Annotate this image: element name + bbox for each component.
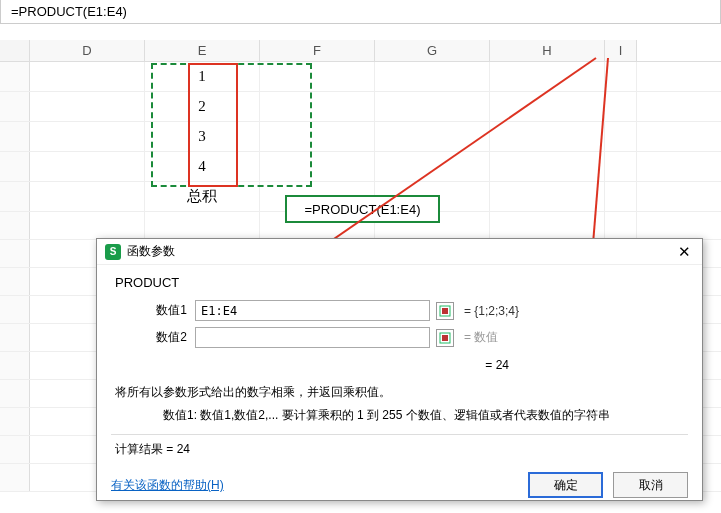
param1-input[interactable] [195,300,430,321]
select-all-corner[interactable] [0,40,30,61]
col-header-d[interactable]: D [30,40,145,61]
app-icon: S [105,244,121,260]
param1-result: = {1;2;3;4} [464,304,519,318]
col-header-g[interactable]: G [375,40,490,61]
param2-label: 数值2 [115,329,195,346]
svg-rect-6 [442,335,448,341]
cell-e3[interactable]: 3 [145,122,260,151]
param-description: 数值1: 数值1,数值2,... 要计算乘积的 1 到 255 个数值、逻辑值或… [115,407,684,424]
ok-button[interactable]: 确定 [528,472,603,498]
function-description: 将所有以参数形式给出的数字相乘，并返回乘积值。 [115,384,684,401]
cell-e2[interactable]: 2 [145,92,260,121]
param2-result: = 数值 [464,329,498,346]
cell-e1[interactable]: 1 [145,62,260,91]
dialog-footer: 有关该函数的帮助(H) 确定 取消 [97,472,702,504]
close-icon: ✕ [678,243,691,261]
svg-rect-4 [442,308,448,314]
col-header-i[interactable]: I [605,40,637,61]
function-arguments-dialog: S 函数参数 ✕ PRODUCT 数值1 = {1;2;3;4} 数值2 = 数… [96,238,703,501]
range-picker-icon[interactable] [436,329,454,347]
param2-input[interactable] [195,327,430,348]
dialog-titlebar[interactable]: S 函数参数 ✕ [97,239,702,265]
dialog-title: 函数参数 [127,243,175,260]
formula-text: =PRODUCT(E1:E4) [11,4,127,19]
function-name: PRODUCT [115,275,684,290]
divider [111,434,688,435]
param-row-1: 数值1 = {1;2;3;4} [115,300,684,321]
close-button[interactable]: ✕ [674,242,694,262]
formula-bar[interactable]: =PRODUCT(E1:E4) [0,0,721,24]
formula-result: = 24 [115,358,684,372]
column-headers: D E F G H I [0,40,721,62]
calc-result: 计算结果 = 24 [115,441,684,458]
cancel-button[interactable]: 取消 [613,472,688,498]
param-row-2: 数值2 = 数值 [115,327,684,348]
col-header-f[interactable]: F [260,40,375,61]
range-picker-icon[interactable] [436,302,454,320]
col-header-e[interactable]: E [145,40,260,61]
col-header-h[interactable]: H [490,40,605,61]
cell-e5[interactable]: 总积 [145,182,260,211]
cell-e4[interactable]: 4 [145,152,260,181]
param1-label: 数值1 [115,302,195,319]
help-link[interactable]: 有关该函数的帮助(H) [111,477,224,494]
